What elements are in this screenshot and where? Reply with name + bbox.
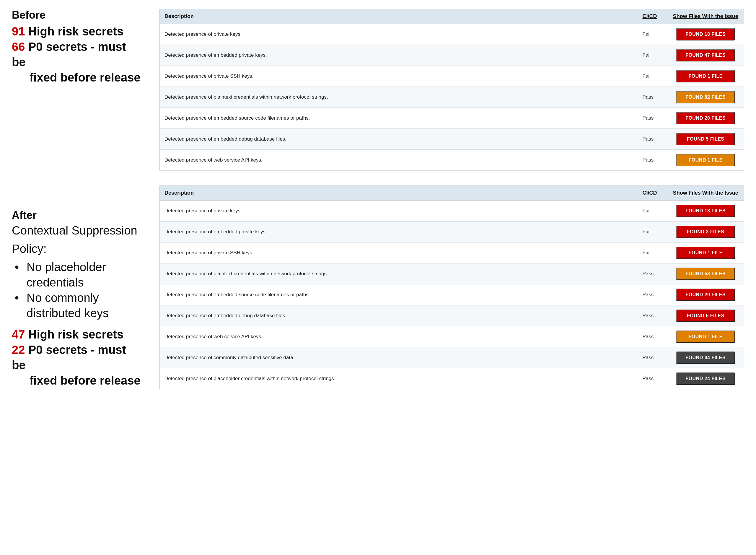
table-row: Detected presence of private SSH keys. F… bbox=[160, 243, 744, 263]
found-files-button[interactable]: FOUND 44 FILES bbox=[676, 351, 735, 364]
found-files-button[interactable]: FOUND 1 FILE bbox=[676, 70, 735, 82]
found-files-button[interactable]: FOUND 82 FILES bbox=[676, 91, 735, 103]
left-panel: Before 91 High risk secrets 66 P0 secret… bbox=[12, 9, 142, 388]
col-header-action-after: Show Files With the Issue bbox=[667, 186, 744, 201]
after-stat2-continuation: fixed before release bbox=[12, 373, 142, 388]
after-section: After Contextual Suppression Policy: No … bbox=[12, 209, 142, 388]
cell-action[interactable]: FOUND 82 FILES bbox=[667, 87, 744, 108]
table-row: Detected presence of web service API key… bbox=[160, 150, 744, 171]
table-row: Detected presence of embedded debug data… bbox=[160, 129, 744, 150]
cell-action[interactable]: FOUND 3 FILES bbox=[667, 221, 744, 243]
table-row: Detected presence of plaintext credentia… bbox=[160, 87, 744, 108]
cell-action[interactable]: FOUND 1 FILE bbox=[667, 243, 744, 263]
table-row: Detected presence of embedded private ke… bbox=[160, 45, 744, 66]
cell-action[interactable]: FOUND 20 FILES bbox=[667, 108, 744, 129]
found-files-button[interactable]: FOUND 1 FILE bbox=[676, 154, 735, 166]
table-before-section: Description CI/CD Show Files With the Is… bbox=[160, 9, 744, 171]
bullet-list: No placeholdercredentials No commonlydis… bbox=[12, 259, 142, 321]
cell-cicd: Fail bbox=[638, 45, 667, 66]
cell-description: Detected presence of placeholder credent… bbox=[160, 368, 638, 389]
cell-description: Detected presence of embedded source cod… bbox=[160, 285, 638, 305]
before-stat2: 66 P0 secrets - must be bbox=[12, 39, 142, 70]
cell-action[interactable]: FOUND 5 FILES bbox=[667, 129, 744, 150]
cell-cicd: Pass bbox=[638, 327, 667, 347]
after-stat2: 22 P0 secrets - must be bbox=[12, 342, 142, 373]
table-row: Detected presence of commonly distribute… bbox=[160, 347, 744, 368]
cell-cicd: Pass bbox=[638, 305, 667, 327]
before-stat2-continuation: fixed before release bbox=[12, 70, 142, 85]
cell-action[interactable]: FOUND 1 FILE bbox=[667, 66, 744, 87]
found-files-button[interactable]: FOUND 18 FILES bbox=[676, 28, 735, 40]
before-stat1-number: 91 bbox=[12, 25, 25, 38]
before-stat2-cont: fixed before release bbox=[12, 70, 142, 85]
cell-description: Detected presence of embedded debug data… bbox=[160, 305, 638, 327]
after-title: After bbox=[12, 209, 142, 221]
cell-action[interactable]: FOUND 24 FILES bbox=[667, 368, 744, 389]
table-before-body: Detected presence of private keys. Fail … bbox=[160, 24, 744, 171]
cell-cicd: Pass bbox=[638, 108, 667, 129]
cell-description: Detected presence of private keys. bbox=[160, 24, 638, 45]
after-stat1-number: 47 bbox=[12, 328, 25, 341]
cell-action[interactable]: FOUND 47 FILES bbox=[667, 45, 744, 66]
cell-description: Detected presence of embedded private ke… bbox=[160, 221, 638, 243]
col-header-cicd-after: CI/CD bbox=[638, 186, 667, 201]
cell-cicd: Fail bbox=[638, 66, 667, 87]
col-header-description: Description bbox=[160, 9, 638, 24]
policy-text-line2: Policy: bbox=[12, 241, 142, 256]
found-files-button[interactable]: FOUND 5 FILES bbox=[676, 133, 735, 145]
cell-cicd: Fail bbox=[638, 221, 667, 243]
cell-action[interactable]: FOUND 1 FILE bbox=[667, 150, 744, 171]
cell-description: Detected presence of embedded private ke… bbox=[160, 45, 638, 66]
table-after: Description CI/CD Show Files With the Is… bbox=[160, 185, 744, 389]
before-stat2-number: 66 bbox=[12, 40, 25, 53]
cell-cicd: Fail bbox=[638, 201, 667, 221]
cell-cicd: Fail bbox=[638, 243, 667, 263]
table-before: Description CI/CD Show Files With the Is… bbox=[160, 9, 744, 171]
cell-action[interactable]: FOUND 5 FILES bbox=[667, 305, 744, 327]
cell-cicd: Fail bbox=[638, 24, 667, 45]
after-stat2-number: 22 bbox=[12, 343, 25, 356]
before-stat2-text: P0 secrets - must be bbox=[12, 40, 126, 69]
after-stat1: 47 High risk secrets bbox=[12, 327, 142, 342]
cell-action[interactable]: FOUND 18 FILES bbox=[667, 201, 744, 221]
found-files-button[interactable]: FOUND 20 FILES bbox=[676, 112, 735, 124]
found-files-button[interactable]: FOUND 18 FILES bbox=[676, 205, 735, 217]
found-files-button[interactable]: FOUND 1 FILE bbox=[676, 331, 735, 343]
table-after-body: Detected presence of private keys. Fail … bbox=[160, 201, 744, 389]
before-stat1-text: High risk secrets bbox=[25, 25, 124, 38]
right-panel: Description CI/CD Show Files With the Is… bbox=[160, 9, 744, 404]
found-files-button[interactable]: FOUND 5 FILES bbox=[676, 309, 735, 322]
table-row: Detected presence of private keys. Fail … bbox=[160, 24, 744, 45]
table-row: Detected presence of embedded debug data… bbox=[160, 305, 744, 327]
found-files-button[interactable]: FOUND 47 FILES bbox=[676, 49, 735, 61]
table-before-header: Description CI/CD Show Files With the Is… bbox=[160, 9, 744, 24]
table-row: Detected presence of web service API key… bbox=[160, 327, 744, 347]
after-stat2-text: P0 secrets - must be bbox=[12, 343, 126, 372]
cell-action[interactable]: FOUND 1 FILE bbox=[667, 327, 744, 347]
table-row: Detected presence of embedded source cod… bbox=[160, 108, 744, 129]
after-stat1-text: High risk secrets bbox=[25, 328, 124, 341]
table-row: Detected presence of plaintext credentia… bbox=[160, 263, 744, 285]
cell-description: Detected presence of private keys. bbox=[160, 201, 638, 221]
found-files-button[interactable]: FOUND 1 FILE bbox=[676, 247, 735, 259]
cell-cicd: Pass bbox=[638, 263, 667, 285]
cell-action[interactable]: FOUND 20 FILES bbox=[667, 285, 744, 305]
found-files-button[interactable]: FOUND 24 FILES bbox=[676, 373, 735, 385]
table-after-section: Description CI/CD Show Files With the Is… bbox=[160, 185, 744, 389]
cell-cicd: Pass bbox=[638, 87, 667, 108]
cell-description: Detected presence of private SSH keys. bbox=[160, 243, 638, 263]
col-header-cicd: CI/CD bbox=[638, 9, 667, 24]
before-stat1: 91 High risk secrets bbox=[12, 24, 142, 39]
table-row: Detected presence of private SSH keys. F… bbox=[160, 66, 744, 87]
cell-cicd: Pass bbox=[638, 129, 667, 150]
bullet-item-2: No commonlydistributed keys bbox=[12, 290, 142, 321]
cell-description: Detected presence of plaintext credentia… bbox=[160, 87, 638, 108]
found-files-button[interactable]: FOUND 58 FILES bbox=[676, 268, 735, 280]
table-row: Detected presence of private keys. Fail … bbox=[160, 201, 744, 221]
cell-action[interactable]: FOUND 44 FILES bbox=[667, 347, 744, 368]
cell-cicd: Pass bbox=[638, 347, 667, 368]
cell-action[interactable]: FOUND 58 FILES bbox=[667, 263, 744, 285]
found-files-button[interactable]: FOUND 3 FILES bbox=[676, 226, 735, 238]
found-files-button[interactable]: FOUND 20 FILES bbox=[676, 289, 735, 301]
cell-action[interactable]: FOUND 18 FILES bbox=[667, 24, 744, 45]
